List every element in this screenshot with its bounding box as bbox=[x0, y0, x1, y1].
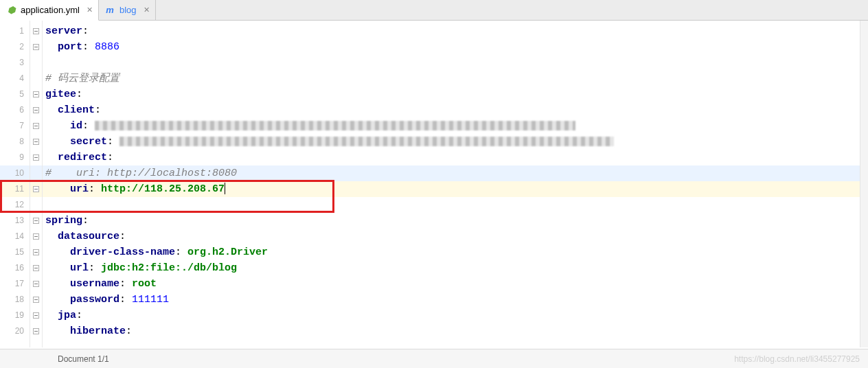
yaml-colon: : bbox=[89, 262, 101, 274]
fold-toggle-icon[interactable] bbox=[33, 44, 39, 50]
fold-cell bbox=[30, 181, 42, 197]
comment-text: # uri: http://localhost:8080 bbox=[45, 168, 237, 179]
code-line[interactable]: hibernate: bbox=[43, 323, 868, 339]
yaml-key: port bbox=[58, 41, 82, 53]
line-number: 5 bbox=[0, 87, 30, 102]
yaml-colon: : bbox=[95, 104, 101, 116]
line-number: 7 bbox=[0, 118, 30, 134]
fold-toggle-icon[interactable] bbox=[33, 281, 39, 287]
tab-bar: ⬢ application.yml ✕ m blog ✕ bbox=[0, 0, 868, 21]
line-number: 11 bbox=[0, 181, 30, 197]
code-line[interactable]: secret: bbox=[43, 134, 868, 150]
fold-cell bbox=[30, 292, 42, 308]
fold-cell bbox=[30, 87, 42, 102]
code-line[interactable]: client: bbox=[43, 102, 868, 118]
yaml-key: id bbox=[70, 120, 82, 132]
code-line[interactable]: gitee: bbox=[43, 87, 868, 102]
yaml-key: hibernate bbox=[70, 325, 126, 337]
fold-toggle-icon[interactable] bbox=[33, 186, 39, 192]
fold-toggle-icon[interactable] bbox=[33, 154, 39, 161]
yaml-value: org.h2.Driver bbox=[187, 246, 268, 258]
line-number: 15 bbox=[0, 244, 30, 260]
comment-text: # 码云登录配置 bbox=[45, 73, 119, 84]
m-icon: m bbox=[104, 5, 115, 16]
code-line[interactable]: # 码云登录配置 bbox=[43, 71, 868, 87]
code-line[interactable]: username: root bbox=[43, 276, 868, 292]
tab-label: blog bbox=[119, 5, 137, 15]
line-number: 12 bbox=[0, 197, 30, 213]
fold-toggle-icon[interactable] bbox=[33, 312, 39, 319]
line-number: 16 bbox=[0, 260, 30, 276]
fold-cell bbox=[30, 308, 42, 323]
fold-cell bbox=[30, 55, 42, 71]
fold-toggle-icon[interactable] bbox=[33, 218, 39, 224]
status-text: Document 1/1 bbox=[58, 354, 109, 364]
yaml-colon: : bbox=[119, 294, 132, 306]
fold-cell bbox=[30, 134, 42, 150]
yaml-colon: : bbox=[82, 41, 95, 53]
yaml-key: driver-class-name bbox=[70, 246, 175, 258]
tab-blog[interactable]: m blog ✕ bbox=[99, 0, 156, 20]
fold-toggle-icon[interactable] bbox=[33, 91, 39, 97]
yaml-key: gitee bbox=[45, 89, 76, 100]
fold-toggle-icon[interactable] bbox=[33, 297, 39, 303]
fold-toggle-icon[interactable] bbox=[33, 249, 39, 255]
fold-cell bbox=[30, 102, 42, 118]
code-line[interactable]: uri: http://118.25.208.67 bbox=[43, 181, 868, 197]
fold-toggle-icon[interactable] bbox=[33, 233, 39, 240]
close-icon[interactable]: ✕ bbox=[87, 5, 93, 14]
yaml-key: server bbox=[45, 25, 82, 37]
line-number-gutter: 1234567891011121314151617181920 bbox=[0, 21, 30, 347]
yaml-colon: : bbox=[89, 183, 101, 195]
code-line[interactable]: jpa: bbox=[43, 308, 868, 323]
yaml-value: root bbox=[132, 278, 157, 290]
yaml-key: redirect bbox=[58, 152, 107, 163]
yaml-colon: : bbox=[107, 136, 119, 148]
code-line[interactable]: server: bbox=[43, 23, 868, 39]
code-line[interactable]: redirect: bbox=[43, 150, 868, 165]
fold-toggle-icon[interactable] bbox=[33, 328, 39, 334]
code-editor[interactable]: 1234567891011121314151617181920 server: … bbox=[0, 21, 868, 347]
code-line[interactable]: datasource: bbox=[43, 229, 868, 244]
yaml-colon: : bbox=[126, 325, 132, 337]
code-area[interactable]: server: port: 8886 # 码云登录配置gitee: client… bbox=[43, 21, 868, 347]
text-caret bbox=[225, 183, 225, 194]
fold-toggle-icon[interactable] bbox=[33, 107, 39, 113]
code-line[interactable]: port: 8886 bbox=[43, 39, 868, 55]
code-line[interactable] bbox=[43, 55, 868, 71]
fold-cell bbox=[30, 23, 42, 39]
line-number: 3 bbox=[0, 55, 30, 71]
code-line[interactable]: id: bbox=[43, 118, 868, 134]
line-number: 19 bbox=[0, 308, 30, 323]
line-number: 13 bbox=[0, 213, 30, 229]
yaml-key: client bbox=[58, 104, 95, 116]
yaml-colon: : bbox=[76, 89, 82, 100]
fold-toggle-icon[interactable] bbox=[33, 123, 39, 129]
yaml-value: 8886 bbox=[95, 41, 119, 53]
code-line[interactable]: # uri: http://localhost:8080 bbox=[43, 165, 868, 181]
fold-cell bbox=[30, 323, 42, 339]
fold-cell bbox=[30, 197, 42, 213]
line-number: 8 bbox=[0, 134, 30, 150]
fold-toggle-icon[interactable] bbox=[33, 28, 39, 34]
fold-cell bbox=[30, 244, 42, 260]
code-line[interactable] bbox=[43, 197, 868, 213]
yaml-key: datasource bbox=[58, 231, 119, 242]
fold-cell bbox=[30, 39, 42, 55]
scrollbar-right[interactable] bbox=[860, 21, 868, 347]
line-number: 1 bbox=[0, 23, 30, 39]
code-line[interactable]: spring: bbox=[43, 213, 868, 229]
code-line[interactable]: url: jdbc:h2:file:./db/blog bbox=[43, 260, 868, 276]
code-line[interactable]: driver-class-name: org.h2.Driver bbox=[43, 244, 868, 260]
fold-toggle-icon[interactable] bbox=[33, 139, 39, 145]
yaml-key: spring bbox=[45, 215, 82, 227]
tab-application-yml[interactable]: ⬢ application.yml ✕ bbox=[0, 0, 99, 21]
redacted-value bbox=[119, 137, 614, 146]
fold-cell bbox=[30, 150, 42, 165]
code-line[interactable]: password: 111111 bbox=[43, 292, 868, 308]
fold-toggle-icon[interactable] bbox=[33, 265, 39, 271]
close-icon[interactable]: ✕ bbox=[144, 5, 150, 14]
line-number: 14 bbox=[0, 229, 30, 244]
yaml-colon: : bbox=[119, 231, 126, 242]
fold-cell bbox=[30, 71, 42, 87]
